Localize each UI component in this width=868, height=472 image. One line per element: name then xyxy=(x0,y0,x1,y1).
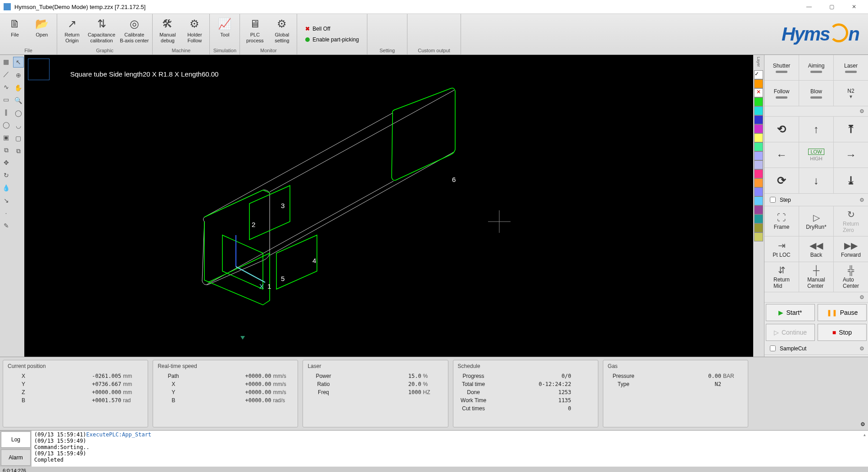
bell-toggle[interactable]: ✖Bell Off xyxy=(305,26,359,32)
layer-swatch-10[interactable] xyxy=(754,160,763,169)
canvas-viewport[interactable]: Square tube Side length20 X R1.8 X Lengt… xyxy=(24,55,753,357)
calibrate-b-button[interactable]: ◎Calibrate B-axis center xyxy=(118,16,150,45)
holder-follow-button[interactable]: ⚙Holder Follow xyxy=(181,16,208,45)
layer-swatch-18[interactable] xyxy=(754,232,763,241)
point-tool[interactable]: · xyxy=(1,208,11,218)
speed-toggle[interactable]: LOWHIGH xyxy=(799,142,834,168)
align-tool[interactable]: ‖ xyxy=(1,107,11,117)
plc-button[interactable]: 🖥PLC process xyxy=(242,16,268,45)
mancenter-icon: ┼ xyxy=(813,265,819,276)
layer-swatch-17[interactable] xyxy=(754,223,763,232)
return-origin-button[interactable]: ↗Return Origin xyxy=(59,16,85,45)
gear-icon[interactable]: ⚙ xyxy=(859,294,864,300)
rect-tool[interactable]: ▭ xyxy=(1,95,11,104)
jog-left[interactable]: ← xyxy=(764,142,799,168)
samplecut-checkbox[interactable] xyxy=(770,345,776,351)
arc-tool[interactable]: ◡ xyxy=(14,121,23,131)
file-button[interactable]: 🗎File xyxy=(2,16,28,39)
follow-button[interactable]: Follow xyxy=(764,81,799,106)
jog-z-up[interactable]: ⤒ xyxy=(834,117,868,142)
group-tool[interactable]: ⧉ xyxy=(1,145,11,155)
minimize-button[interactable]: — xyxy=(799,0,819,13)
layer-swatch-0[interactable]: ✓ xyxy=(754,70,763,79)
frame-button[interactable]: ⛶Frame xyxy=(764,206,799,236)
layer-swatch-16[interactable] xyxy=(754,214,763,223)
pause-button[interactable]: ❚❚Pause xyxy=(818,304,867,321)
measure-tool[interactable]: ↘ xyxy=(1,195,11,205)
retmid-button[interactable]: ⇵Return Mid xyxy=(764,262,799,292)
step-checkbox[interactable] xyxy=(770,197,776,203)
layer-swatch-12[interactable] xyxy=(754,178,763,187)
stop-button[interactable]: ■Stop xyxy=(818,324,867,341)
start-button[interactable]: ▶Start* xyxy=(766,304,815,321)
pan-tool[interactable]: ✋ xyxy=(14,83,23,93)
target-tool[interactable]: ⊕ xyxy=(14,70,23,80)
jog-rotate-cw[interactable]: ⟳ xyxy=(764,168,799,193)
curve-tool[interactable]: ∿ xyxy=(1,82,11,92)
forward-button[interactable]: ▶▶Forward xyxy=(834,236,868,262)
jog-right[interactable]: → xyxy=(834,142,868,168)
marker-4: 4 xyxy=(312,257,316,264)
layer-swatch-8[interactable] xyxy=(754,142,763,151)
close-button[interactable]: ✕ xyxy=(844,0,864,13)
layer-swatch-11[interactable] xyxy=(754,169,763,178)
aiming-button[interactable]: Aiming xyxy=(799,55,834,80)
log-output[interactable]: (09/13 15:59:41)ExecutePLC:App_Start(09/… xyxy=(32,431,868,467)
gear-icon[interactable]: ⚙ xyxy=(859,197,864,203)
open-button[interactable]: 📂Open xyxy=(29,16,55,39)
layer-swatch-4[interactable] xyxy=(754,106,763,115)
back-button[interactable]: ◀◀Back xyxy=(799,236,834,262)
ptloc-button[interactable]: ⇥Pt LOC xyxy=(764,236,799,262)
global-setting-button[interactable]: ⚙Global setting xyxy=(269,16,295,45)
layer-swatch-9[interactable] xyxy=(754,151,763,160)
layer-swatch-13[interactable] xyxy=(754,187,763,196)
copy-tool[interactable]: ▣ xyxy=(1,132,11,142)
retzero-icon: ↻ xyxy=(847,209,855,220)
jog-z-down[interactable]: ⤓ xyxy=(834,168,868,193)
laser-button[interactable]: Laser xyxy=(834,55,868,80)
dup-tool[interactable]: ⧉ xyxy=(14,146,23,156)
jog-rotate-ccw[interactable]: ⟲ xyxy=(764,117,799,142)
alarm-tab[interactable]: Alarm xyxy=(1,449,31,466)
zoom-tool[interactable]: 🔍 xyxy=(14,95,23,105)
continue-button[interactable]: ▷Continue xyxy=(766,324,815,341)
move-tool[interactable]: ✥ xyxy=(1,158,11,168)
log-tab[interactable]: Log xyxy=(1,431,31,448)
blow-button[interactable]: Blow xyxy=(799,81,834,106)
back-icon: ◀◀ xyxy=(809,240,823,251)
tool-button[interactable]: 📈Tool xyxy=(212,16,238,39)
gear-icon[interactable]: ⚙ xyxy=(859,345,864,352)
retzero-button[interactable]: ↻Return Zero xyxy=(834,206,868,236)
autocenter-button[interactable]: ╬Auto Center xyxy=(834,262,868,292)
part-picking-toggle[interactable]: Enable part-picking xyxy=(305,36,359,43)
brush-tool[interactable]: ✎ xyxy=(1,221,11,231)
shutter-button[interactable]: Shutter xyxy=(764,55,799,80)
line-tool[interactable]: ／ xyxy=(1,69,11,79)
dryrun-button[interactable]: ▷DryRun* xyxy=(799,206,834,236)
circle-tool[interactable]: ◯ xyxy=(1,120,11,130)
n2-button[interactable]: N2▼ xyxy=(834,81,868,106)
drop-tool[interactable]: 💧 xyxy=(1,183,11,193)
layer-swatch-14[interactable] xyxy=(754,196,763,205)
layer-swatch-3[interactable] xyxy=(754,97,763,106)
layer-swatch-15[interactable] xyxy=(754,205,763,214)
box-tool[interactable]: ▢ xyxy=(14,133,23,143)
jog-up[interactable]: ↑ xyxy=(799,117,834,142)
layer-swatch-7[interactable] xyxy=(754,133,763,142)
gear-icon[interactable]: ⚙ xyxy=(860,421,865,427)
layer-swatch-6[interactable] xyxy=(754,124,763,133)
rotate-cw-icon: ⟳ xyxy=(777,174,786,187)
jog-down[interactable]: ↓ xyxy=(799,168,834,193)
rotate-tool[interactable]: ↻ xyxy=(1,170,11,180)
ellipse-tool[interactable]: ◯ xyxy=(14,108,23,118)
layer-swatch-2[interactable]: ✕ xyxy=(754,88,763,97)
capacitance-button[interactable]: ⇅Capacitance calibration xyxy=(86,16,117,45)
layer-swatch-1[interactable] xyxy=(754,79,763,88)
manual-debug-button[interactable]: 🛠Manual debug xyxy=(154,16,181,45)
layer-swatch-5[interactable] xyxy=(754,115,763,124)
mancenter-button[interactable]: ┼Manual Center xyxy=(799,262,834,292)
gear-icon[interactable]: ⚙ xyxy=(859,108,864,114)
maximize-button[interactable]: ▢ xyxy=(821,0,842,13)
grid-tool[interactable]: ▦ xyxy=(1,57,11,67)
select-tool[interactable]: ↖ xyxy=(13,57,24,68)
